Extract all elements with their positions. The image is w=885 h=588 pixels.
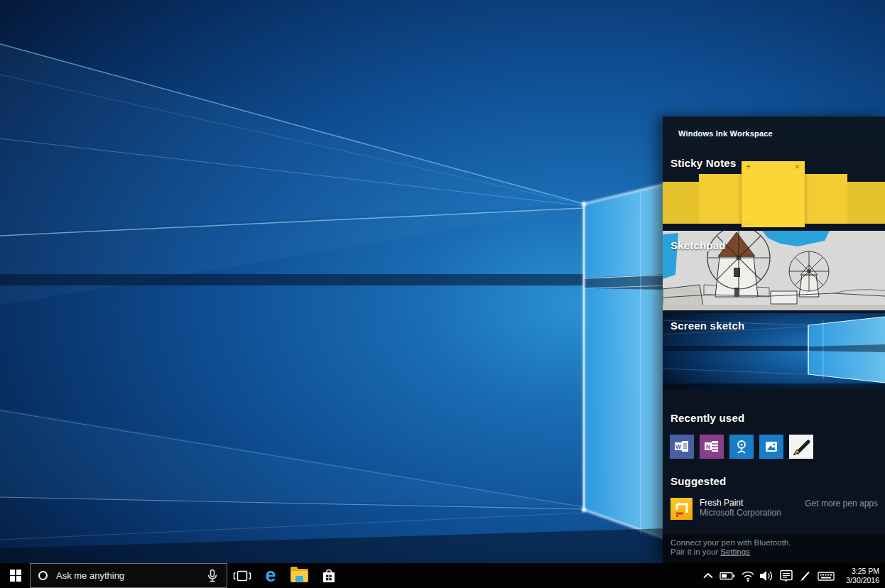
pen-connect-line1: Connect your pen with Bluetooth.	[670, 538, 876, 548]
onenote-app-tile[interactable]: N	[700, 435, 724, 459]
volume-button[interactable]	[758, 563, 774, 588]
search-input[interactable]: Ask me anything	[56, 570, 124, 581]
wifi-status-button[interactable]	[741, 563, 755, 588]
cortana-icon	[38, 571, 48, 580]
onenote-icon: N	[703, 439, 720, 454]
action-center-button[interactable]	[778, 563, 794, 588]
pen-connect-line2: Pair it in your Settings	[670, 548, 876, 557]
task-view-icon	[233, 569, 251, 583]
sketchpad-label: Sketchpad	[670, 239, 726, 251]
sketchpad-tile[interactable]: Sketchpad	[663, 231, 885, 310]
folder-icon	[291, 569, 308, 582]
sticky-note	[847, 182, 885, 224]
recently-used-label: Recently used	[670, 412, 744, 424]
edge-icon: e	[265, 566, 276, 585]
microphone-icon[interactable]	[205, 569, 219, 587]
store-button[interactable]	[318, 563, 340, 588]
note-more-icon[interactable]: ...	[746, 218, 754, 226]
battery-icon	[720, 570, 735, 582]
pen-connect-notice: Connect your pen with Bluetooth. Pair it…	[663, 534, 885, 563]
sticky-note	[699, 174, 742, 224]
wifi-icon	[741, 570, 755, 582]
taskbar: Ask me anything e	[0, 563, 885, 588]
fresh-paint-icon[interactable]	[670, 498, 693, 520]
settings-link[interactable]: Settings	[720, 548, 750, 556]
clock[interactable]: 3:25 PM 3/30/2016	[837, 563, 879, 588]
sticky-note	[663, 182, 699, 224]
clock-time: 3:25 PM	[852, 567, 879, 576]
suggested-label: Suggested	[670, 475, 726, 487]
keyboard-icon	[818, 570, 835, 582]
windows-logo-icon	[10, 570, 22, 582]
pen-app-tile[interactable]	[789, 435, 813, 459]
search-box[interactable]: Ask me anything	[30, 563, 227, 588]
sticky-note	[805, 174, 847, 224]
camera-app-tile[interactable]	[729, 435, 754, 459]
webcam-icon	[733, 438, 750, 455]
word-app-tile[interactable]: W	[670, 435, 694, 459]
panel-title: Windows Ink Workspace	[678, 129, 773, 138]
desktop: Windows Ink Workspace Sticky Notes + × .…	[0, 0, 885, 588]
suggested-app-name[interactable]: Fresh Paint	[700, 498, 805, 508]
sticky-note-front: + × ...	[742, 161, 805, 227]
clock-date: 3/30/2016	[846, 576, 879, 585]
battery-status-button[interactable]	[719, 563, 736, 588]
suggested-app-row: Fresh Paint Microsoft Corporation Get mo…	[670, 498, 878, 520]
suggested-app-publisher: Microsoft Corporation	[700, 508, 805, 518]
sticky-notes-label: Sticky Notes	[670, 157, 736, 169]
sticky-notes-tile[interactable]: + × ...	[663, 161, 885, 227]
task-view-button[interactable]	[232, 563, 253, 588]
word-icon: W	[673, 439, 690, 454]
screen-sketch-label: Screen sketch	[670, 320, 744, 332]
fountain-pen-icon	[791, 436, 812, 457]
windows-ink-workspace-panel: Windows Ink Workspace Sticky Notes + × .…	[663, 116, 885, 563]
file-explorer-button[interactable]	[288, 563, 310, 588]
photos-icon	[763, 438, 780, 455]
windows-ink-workspace-button[interactable]	[798, 563, 813, 588]
touch-keyboard-button[interactable]	[817, 563, 835, 588]
chevron-up-icon	[702, 570, 714, 582]
store-bag-icon	[320, 567, 338, 585]
get-more-pen-apps-link[interactable]: Get more pen apps	[805, 499, 878, 508]
svg-text:W: W	[675, 443, 682, 450]
photos-app-tile[interactable]	[759, 435, 783, 459]
add-note-icon[interactable]: +	[746, 163, 751, 171]
pen-icon	[799, 570, 812, 582]
speaker-icon	[759, 569, 773, 583]
show-hidden-icons-button[interactable]	[702, 563, 715, 588]
recently-used-apps: W N	[670, 435, 813, 459]
svg-text:N: N	[706, 443, 710, 450]
close-note-icon[interactable]: ×	[795, 163, 800, 171]
edge-browser-button[interactable]: e	[260, 563, 281, 588]
start-button[interactable]	[0, 563, 31, 588]
action-center-icon	[779, 569, 793, 583]
screen-sketch-tile[interactable]: Screen sketch	[663, 313, 885, 389]
